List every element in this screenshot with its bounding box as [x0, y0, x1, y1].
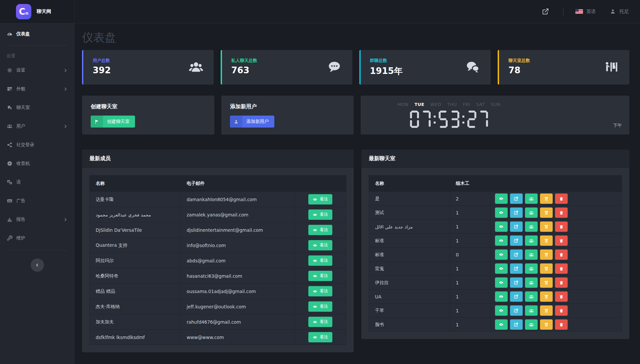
delete-button[interactable]: [555, 263, 568, 274]
sidebar-item-dashboard[interactable]: 仪表盘: [0, 25, 74, 43]
column-header: 电子邮件: [181, 176, 295, 191]
sidebar-item-radio[interactable]: 收音机: [0, 154, 74, 173]
table-row: 干草 1: [369, 303, 622, 317]
edit-button[interactable]: [510, 263, 523, 274]
view-button[interactable]: [495, 263, 508, 274]
view-button[interactable]: 看法: [308, 209, 332, 220]
view-button[interactable]: [495, 249, 508, 260]
edit-button[interactable]: [510, 305, 523, 316]
sidebar-item-reports[interactable]: 报告: [0, 210, 74, 229]
room-users-button[interactable]: [525, 249, 538, 260]
view-button[interactable]: 看法: [308, 332, 332, 342]
trash-restore-button[interactable]: [540, 263, 553, 274]
view-button[interactable]: [495, 221, 508, 232]
edit-button[interactable]: [510, 291, 523, 302]
room-users-button[interactable]: [525, 277, 538, 288]
room-name: UA: [369, 290, 450, 303]
brand[interactable]: Cn 聊天网: [0, 0, 75, 23]
delete-button[interactable]: [555, 305, 568, 316]
sidebar-divider: [7, 250, 67, 250]
view-button[interactable]: [495, 207, 508, 218]
room-users-button[interactable]: [525, 221, 538, 232]
room-users-button[interactable]: [525, 193, 538, 204]
delete-button[interactable]: [555, 319, 568, 330]
delete-button[interactable]: [555, 249, 568, 260]
sidebar-item-language[interactable]: A 语: [0, 173, 74, 191]
view-button[interactable]: [495, 235, 508, 246]
edit-button[interactable]: [510, 235, 523, 246]
room-users-button[interactable]: [525, 319, 538, 330]
view-button[interactable]: 看法: [308, 301, 332, 312]
sidebar-item-settings[interactable]: 设置: [0, 61, 74, 80]
sidebar-collapse-button[interactable]: [31, 258, 44, 272]
trash-restore-button[interactable]: [540, 249, 553, 260]
view-button[interactable]: [495, 305, 508, 316]
table-row: 标准 1: [369, 233, 622, 247]
add-user-button[interactable]: 添加新用户: [230, 116, 274, 128]
member-name: DjSlidin Da'VersaTile: [90, 222, 181, 237]
view-button[interactable]: 看法: [308, 286, 332, 296]
stat-label: 群聊总数: [370, 58, 482, 64]
user-menu[interactable]: 托尼: [610, 8, 629, 15]
sidebar-item-social-login[interactable]: 社交登录: [0, 136, 74, 154]
view-button[interactable]: 看法: [308, 271, 332, 281]
edit-button[interactable]: [510, 193, 523, 204]
chevron-right-icon: [63, 87, 68, 91]
stats-row: 用户总数 392 私人聊天总数 763 群聊总数 1915年 聊天室总数 78: [82, 50, 629, 85]
trash-icon: [559, 280, 564, 285]
view-button[interactable]: 看法: [308, 225, 332, 235]
view-button[interactable]: [495, 319, 508, 330]
clock-day: FRI: [463, 102, 470, 107]
table-row: 加夫加夫 rahufd4676@gmail.com 看法: [90, 314, 346, 329]
card-title: 添加新用户: [230, 103, 345, 110]
view-button-label: 看法: [320, 212, 328, 217]
delete-button[interactable]: [555, 193, 568, 204]
view-button[interactable]: 看法: [308, 255, 332, 266]
trash-restore-button[interactable]: [540, 305, 553, 316]
delete-button[interactable]: [555, 207, 568, 218]
trash-restore-button[interactable]: [540, 221, 553, 232]
edit-button[interactable]: [510, 207, 523, 218]
sidebar-item-chatrooms[interactable]: 聊天室: [0, 98, 74, 117]
view-button[interactable]: 看法: [308, 317, 332, 327]
sidebar-item-users[interactable]: 用户: [0, 117, 74, 136]
delete-button[interactable]: [555, 277, 568, 288]
edit-button[interactable]: [510, 221, 523, 232]
sidebar-item-appearance[interactable]: 外貌: [0, 80, 74, 98]
room-users-button[interactable]: [525, 207, 538, 218]
language-selector[interactable]: 英语: [575, 9, 596, 15]
users-icon: [529, 266, 534, 271]
room-users-button[interactable]: [525, 235, 538, 246]
view-button[interactable]: 看法: [308, 240, 332, 250]
sidebar-item-ads[interactable]: Ad 广告: [0, 191, 74, 210]
delete-button[interactable]: [555, 221, 568, 232]
external-link-icon[interactable]: [542, 8, 549, 15]
edit-button[interactable]: [510, 277, 523, 288]
trash-restore-button[interactable]: [540, 193, 553, 204]
delete-button[interactable]: [555, 291, 568, 302]
trash-restore-button[interactable]: [540, 235, 553, 246]
trash-icon: [559, 252, 564, 257]
trash-restore-button[interactable]: [540, 291, 553, 302]
view-button[interactable]: [495, 193, 508, 204]
delete-button[interactable]: [555, 235, 568, 246]
member-name: 赠品 赠品: [90, 284, 181, 299]
edit-button[interactable]: [510, 319, 523, 330]
table-header: 名称 电子邮件: [90, 176, 346, 191]
edit-button[interactable]: [510, 249, 523, 260]
view-button[interactable]: 看法: [308, 194, 332, 204]
trash-restore-button[interactable]: [540, 319, 553, 330]
trash-restore-button[interactable]: [540, 277, 553, 288]
member-name: 阿拉玛尔: [90, 253, 181, 268]
trash-restore-button[interactable]: [540, 207, 553, 218]
room-users-button[interactable]: [525, 291, 538, 302]
create-chatroom-button[interactable]: 创建聊天室: [91, 116, 135, 128]
table-row: 雷鬼 1: [369, 261, 622, 275]
room-joiners: 1: [450, 290, 490, 303]
room-users-button[interactable]: [525, 263, 538, 274]
view-button[interactable]: [495, 277, 508, 288]
room-users-button[interactable]: [525, 305, 538, 316]
view-button[interactable]: [495, 291, 508, 302]
svg-text:A: A: [8, 180, 9, 182]
sidebar-item-maintenance[interactable]: 维护: [0, 229, 74, 247]
